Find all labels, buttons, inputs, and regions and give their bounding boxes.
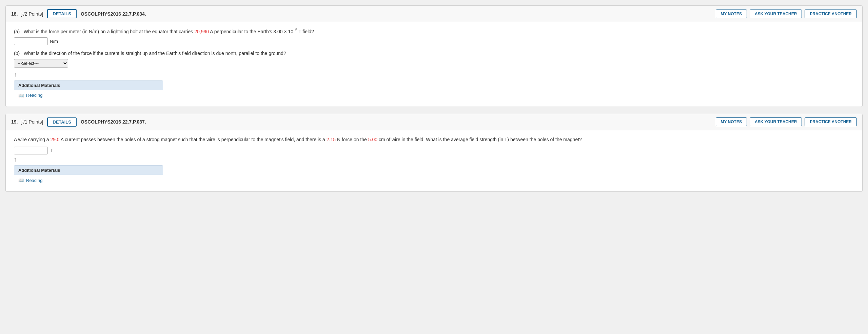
question-number-18: 18. [-/2 Points] [11, 11, 43, 17]
header-actions-19: MY NOTES ASK YOUR TEACHER PRACTICE ANOTH… [716, 117, 857, 126]
highlight-current-18a: 20,990 [194, 29, 209, 34]
input-row-18a: N/m [14, 37, 854, 45]
reading-link-18[interactable]: 📖 Reading [18, 93, 159, 98]
unit-label-19: T [50, 148, 53, 153]
ask-teacher-button-19[interactable]: ASK YOUR TEACHER [750, 117, 802, 126]
details-button-18[interactable]: DETAILS [47, 9, 77, 18]
direction-select-18b[interactable]: ---Select--- East West North South [14, 59, 68, 68]
sub-question-18a-text: (a) What is the force per meter (in N/m)… [14, 27, 854, 35]
reading-link-19[interactable]: 📖 Reading [18, 178, 159, 183]
unit-label-18a: N/m [50, 39, 58, 44]
answer-input-18a[interactable] [14, 37, 48, 45]
question-id-18: OSCOLPHYS2016 22.7.P.034. [81, 11, 712, 17]
highlight-length-19: 5.00 [368, 137, 377, 142]
question-header-19: 19. [-/1 Points] DETAILS OSCOLPHYS2016 2… [6, 114, 862, 130]
sub-question-18a: (a) What is the force per meter (in N/m)… [14, 27, 854, 45]
ask-teacher-button-18[interactable]: ASK YOUR TEACHER [750, 10, 802, 18]
my-notes-button-18[interactable]: MY NOTES [716, 10, 747, 18]
additional-materials-18: Additional Materials 📖 Reading [14, 80, 163, 101]
answer-input-19[interactable] [14, 147, 48, 154]
question-header-18: 18. [-/2 Points] DETAILS OSCOLPHYS2016 2… [6, 6, 862, 22]
input-row-18b: ---Select--- East West North South [14, 59, 854, 68]
question-id-19: OSCOLPHYS2016 22.7.P.037. [81, 119, 712, 125]
sub-question-18b: (b) What is the direction of the force i… [14, 50, 854, 68]
sub-question-18b-text: (b) What is the direction of the force i… [14, 50, 854, 57]
question-card-19: 19. [-/1 Points] DETAILS OSCOLPHYS2016 2… [5, 114, 863, 192]
highlight-current-19: 29.0 [50, 137, 59, 142]
question-body-18: (a) What is the force per meter (in N/m)… [6, 22, 862, 107]
reading-label-19: Reading [26, 178, 42, 183]
dagger-18: † [14, 72, 854, 78]
question-19-text: A wire carrying a 29.0 A current passes … [14, 136, 854, 143]
header-actions-18: MY NOTES ASK YOUR TEACHER PRACTICE ANOTH… [716, 10, 857, 18]
additional-materials-body-18: 📖 Reading [14, 90, 163, 101]
book-icon-18: 📖 [18, 93, 24, 98]
additional-materials-header-19: Additional Materials [14, 166, 163, 175]
input-row-19: T [14, 147, 854, 154]
practice-another-button-19[interactable]: PRACTICE ANOTHER [805, 117, 857, 126]
additional-materials-19: Additional Materials 📖 Reading [14, 165, 163, 186]
dagger-19: † [14, 157, 854, 163]
question-card-18: 18. [-/2 Points] DETAILS OSCOLPHYS2016 2… [5, 5, 863, 107]
question-number-19: 19. [-/1 Points] [11, 119, 43, 125]
practice-another-button-18[interactable]: PRACTICE ANOTHER [805, 10, 857, 18]
additional-materials-body-19: 📖 Reading [14, 175, 163, 186]
details-button-19[interactable]: DETAILS [47, 117, 77, 127]
question-body-19: A wire carrying a 29.0 A current passes … [6, 130, 862, 191]
additional-materials-header-18: Additional Materials [14, 81, 163, 90]
book-icon-19: 📖 [18, 178, 24, 183]
my-notes-button-19[interactable]: MY NOTES [716, 117, 747, 126]
reading-label-18: Reading [26, 93, 42, 98]
highlight-force-19: 2.15 [327, 137, 336, 142]
